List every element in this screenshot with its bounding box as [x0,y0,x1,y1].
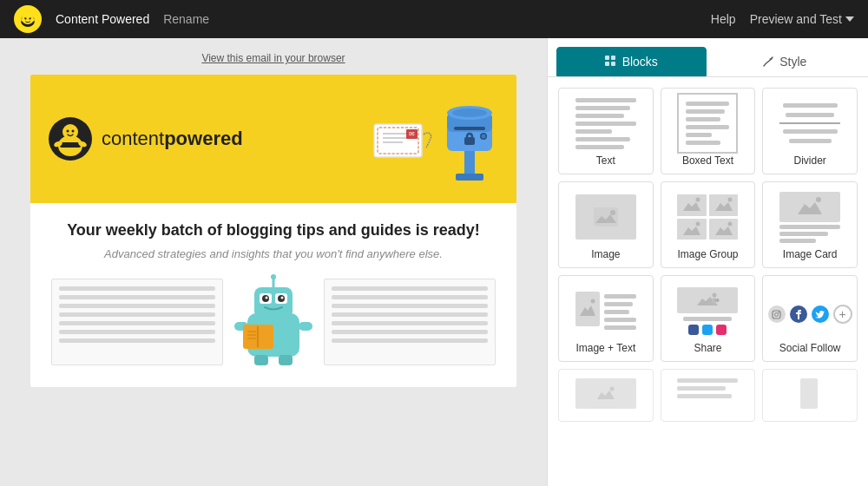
block-boxed-text[interactable]: Boxed Text [661,88,756,174]
svg-marker-68 [798,202,822,214]
block-text[interactable]: Text [558,88,654,174]
robot-illustration [230,274,317,370]
svg-rect-54 [611,56,615,60]
svg-point-36 [271,274,276,279]
image-text-icon [579,297,596,321]
app-title: Content Powered [56,12,149,26]
svg-rect-44 [299,322,312,331]
image-group-icon-2 [713,195,734,214]
block-image-text-label: Image + Text [575,342,635,354]
svg-point-77 [775,312,779,316]
svg-rect-56 [611,62,615,66]
svg-point-61 [696,198,700,202]
email-subheadline: Advanced strategies and insights that yo… [51,247,496,260]
block-more-2[interactable] [661,369,756,422]
email-envelope-area: ✉ [372,95,499,182]
tab-blocks[interactable]: Blocks [556,47,707,76]
style-icon [762,56,774,68]
svg-point-63 [727,198,732,202]
article-placeholder-left [51,279,223,365]
svg-point-69 [816,197,821,202]
svg-rect-27 [454,127,485,130]
block-boxed-text-label: Boxed Text [682,154,733,167]
image-group-icon-1 [681,195,702,214]
svg-rect-53 [605,56,609,60]
svg-marker-60 [683,202,700,211]
svg-point-78 [778,312,779,313]
block-divider[interactable]: Divider [762,88,858,174]
block-image-label: Image [591,248,620,260]
email-preview-panel: View this email in your browser [0,38,547,486]
svg-point-10 [67,130,69,133]
block-image-card[interactable]: Image Card [762,181,858,268]
svg-point-59 [610,210,615,215]
twitter-icon [815,311,825,319]
image-card-icon [796,195,824,218]
svg-point-39 [266,297,268,299]
email-body: Your weekly batch of blogging tips and g… [30,203,516,387]
svg-rect-55 [605,62,609,66]
block-image-group[interactable]: Image Group [661,181,756,268]
svg-rect-51 [254,355,268,365]
svg-marker-66 [715,227,733,235]
svg-point-29 [482,135,486,139]
svg-rect-12 [60,142,81,148]
svg-marker-79 [597,391,615,399]
instagram-icon [772,310,781,319]
svg-point-5 [21,19,24,22]
block-more-1-icon [595,385,616,403]
image-group-icon-4 [713,220,734,239]
svg-text:✉: ✉ [409,130,415,138]
facebook-icon [795,309,802,319]
blocks-grid: Text Boxed Text [548,77,868,486]
block-more-3[interactable] [762,369,858,422]
svg-point-32 [452,108,487,117]
email-robot-section [51,274,496,370]
block-share[interactable]: Share [661,275,756,362]
svg-rect-34 [254,287,293,319]
svg-rect-76 [773,311,780,319]
top-nav: Content Powered Rename Help Preview and … [0,0,868,38]
panel-tabs: Blocks Style [548,38,868,77]
block-share-label: Share [694,342,721,354]
block-more-1[interactable] [558,369,654,422]
email-content: contentpowered [30,75,516,387]
svg-marker-70 [580,305,595,316]
svg-point-11 [72,130,75,133]
block-social-follow-label: Social Follow [779,342,841,354]
svg-rect-52 [279,355,293,365]
tab-style[interactable]: Style [710,47,860,76]
blocks-icon [605,56,617,68]
svg-point-42 [281,297,284,299]
svg-marker-64 [683,227,700,235]
email-header-banner: contentpowered [30,75,516,203]
image-group-icon-3 [681,220,702,239]
article-placeholder-right [324,279,496,365]
block-image[interactable]: Image [558,181,654,268]
svg-rect-24 [456,174,483,181]
svg-marker-62 [715,202,733,211]
svg-point-67 [727,221,732,226]
svg-point-6 [31,19,35,22]
help-button[interactable]: Help [711,12,736,26]
preview-button[interactable]: Preview and Test [750,12,854,26]
share-icon [695,292,720,309]
mailchimp-logo [14,5,42,33]
svg-rect-57 [594,207,618,227]
email-headline: Your weekly batch of blogging tips and g… [51,220,496,240]
email-logo-area: contentpowered [48,116,243,161]
svg-point-73 [713,292,717,297]
block-image-text[interactable]: Image + Text [558,275,654,362]
block-image-group-label: Image Group [677,248,738,260]
block-text-label: Text [596,154,615,167]
svg-point-9 [62,124,78,140]
block-divider-label: Divider [793,154,825,167]
svg-rect-30 [464,137,475,145]
block-social-follow[interactable]: + Social Follow [762,275,858,362]
add-social-button: + [833,305,852,324]
svg-point-4 [23,11,32,18]
blocks-panel: Blocks Style [547,38,868,486]
svg-point-71 [590,299,595,304]
rename-button[interactable]: Rename [163,12,209,26]
view-browser-link[interactable]: View this email in your browser [201,52,345,64]
